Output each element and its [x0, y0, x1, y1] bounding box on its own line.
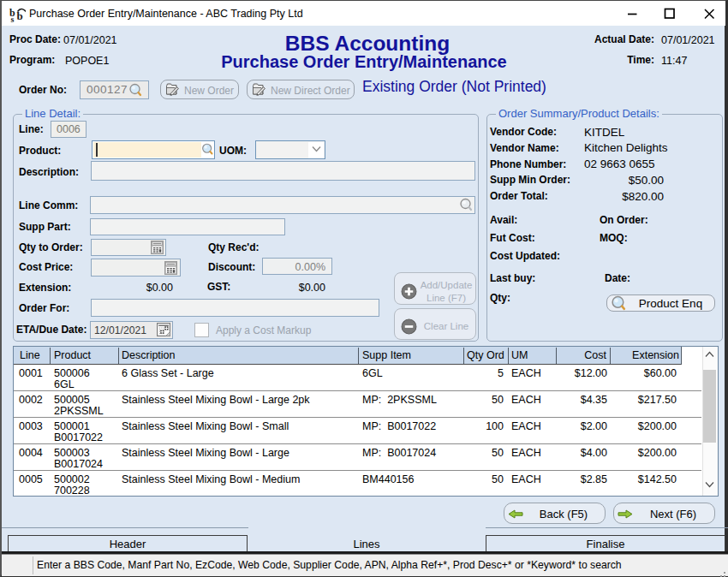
svg-text:s: s — [11, 15, 15, 22]
